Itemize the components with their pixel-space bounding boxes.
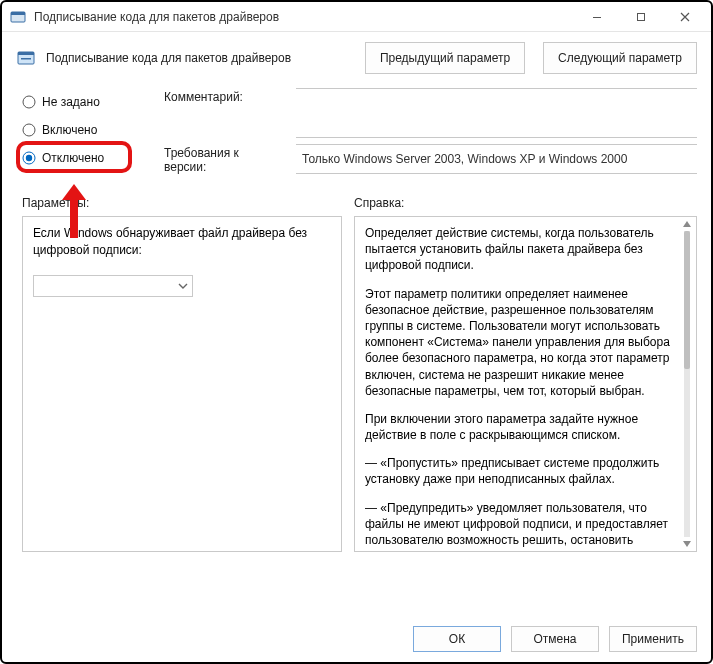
- radio-disabled[interactable]: Отключено: [22, 144, 152, 172]
- help-panel: Определяет действие системы, когда польз…: [354, 216, 697, 552]
- state-radio-group: Не задано Включено Отключено: [22, 88, 152, 174]
- supported-box: Только Windows Server 2003, Windows XP и…: [296, 144, 697, 174]
- radio-label: Отключено: [42, 151, 104, 165]
- radio-enabled[interactable]: Включено: [22, 116, 152, 144]
- ok-button[interactable]: ОК: [413, 626, 501, 652]
- window-title: Подписывание кода для пакетов драйверов: [34, 10, 575, 24]
- options-select[interactable]: [33, 275, 193, 297]
- comment-textarea[interactable]: [296, 88, 697, 138]
- help-scrollbar[interactable]: [680, 219, 694, 549]
- svg-point-8: [23, 124, 35, 136]
- dialog-header: Подписывание кода для пакетов драйверов …: [2, 32, 711, 84]
- options-text: Если Windows обнаруживает файл драйвера …: [33, 225, 331, 259]
- chevron-down-icon: [178, 281, 188, 291]
- previous-setting-button[interactable]: Предыдущий параметр: [365, 42, 525, 74]
- svg-point-10: [26, 155, 32, 161]
- svg-rect-1: [11, 12, 25, 15]
- radio-label: Включено: [42, 123, 97, 137]
- close-button[interactable]: [663, 2, 707, 32]
- comment-label: Комментарий:: [164, 88, 284, 138]
- help-paragraph: — «Предупредить» уведомляет пользователя…: [365, 500, 676, 552]
- supported-value: Только Windows Server 2003, Windows XP и…: [302, 152, 627, 166]
- options-panel: Если Windows обнаруживает файл драйвера …: [22, 216, 342, 552]
- svg-point-7: [23, 96, 35, 108]
- help-paragraph: Определяет действие системы, когда польз…: [365, 225, 676, 274]
- apply-button[interactable]: Применить: [609, 626, 697, 652]
- policy-icon: [16, 48, 36, 68]
- app-icon: [10, 9, 26, 25]
- dialog-footer: ОК Отмена Применить: [413, 626, 697, 652]
- help-section-label: Справка:: [354, 196, 697, 210]
- help-paragraph: При включении этого параметра задайте ну…: [365, 411, 676, 443]
- svg-rect-3: [638, 13, 645, 20]
- svg-rect-2: [593, 17, 601, 18]
- radio-label: Не задано: [42, 95, 100, 109]
- next-setting-button[interactable]: Следующий параметр: [543, 42, 697, 74]
- radio-not-configured[interactable]: Не задано: [22, 88, 152, 116]
- cancel-button[interactable]: Отмена: [511, 626, 599, 652]
- svg-rect-6: [21, 58, 31, 60]
- svg-rect-5: [18, 52, 34, 55]
- options-section-label: Параметры:: [22, 196, 342, 210]
- help-paragraph: Этот параметр политики определяет наимен…: [365, 286, 676, 399]
- help-paragraph: — «Пропустить» предписывает системе прод…: [365, 455, 676, 487]
- dialog-title: Подписывание кода для пакетов драйверов: [46, 51, 355, 65]
- maximize-button[interactable]: [619, 2, 663, 32]
- titlebar: Подписывание кода для пакетов драйверов: [2, 2, 711, 32]
- supported-label: Требования к версии:: [164, 144, 284, 174]
- minimize-button[interactable]: [575, 2, 619, 32]
